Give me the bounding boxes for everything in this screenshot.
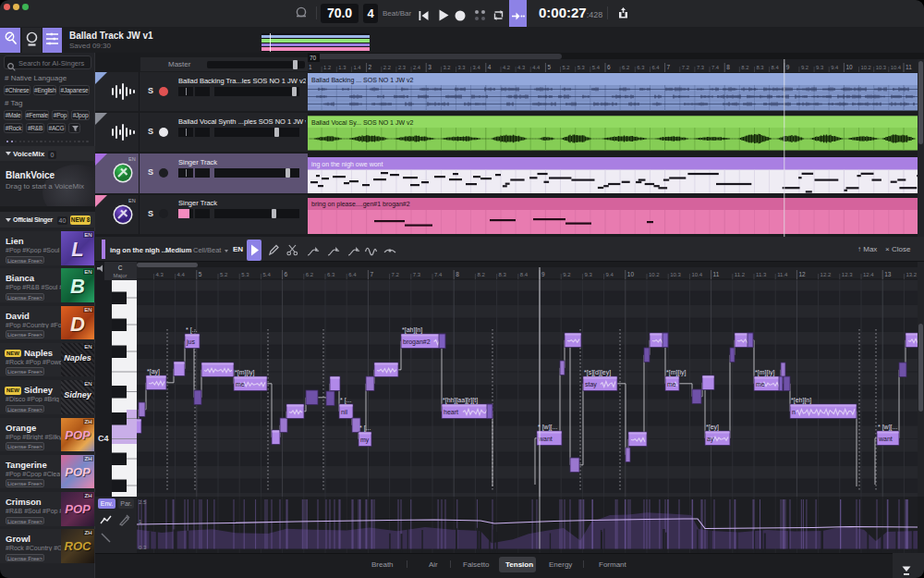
svg-text:7.3: 7.3: [413, 272, 421, 277]
svg-text:10.2: 10.2: [649, 272, 660, 277]
svg-text:1: 1: [309, 64, 312, 70]
svg-text:8.2: 8.2: [477, 272, 485, 277]
svg-text:12.2: 12.2: [821, 272, 832, 277]
svg-text:2: 2: [369, 64, 372, 70]
svg-text:2.4: 2.4: [413, 65, 421, 70]
svg-text:13.2: 13.2: [906, 272, 917, 277]
svg-text:4.3: 4.3: [517, 65, 525, 70]
svg-text:5.2: 5.2: [220, 272, 228, 277]
svg-text:9.4: 9.4: [606, 272, 614, 277]
svg-text:Ballad Vocal Sy... SOS NO 1 JW: Ballad Vocal Sy... SOS NO 1 JW v2: [311, 119, 413, 127]
svg-text:9.2: 9.2: [801, 65, 808, 70]
svg-text:8.4: 8.4: [520, 272, 529, 277]
svg-text:9.3: 9.3: [816, 65, 823, 70]
svg-text:4.3: 4.3: [155, 272, 164, 277]
svg-text:2.3: 2.3: [398, 65, 406, 70]
svg-text:11: 11: [713, 271, 720, 277]
svg-text:8.4: 8.4: [772, 65, 780, 70]
svg-text:1.4: 1.4: [353, 65, 361, 70]
svg-text:6.4: 6.4: [652, 65, 661, 70]
svg-text:2.5: 2.5: [139, 499, 147, 505]
svg-text:9.3: 9.3: [584, 272, 592, 277]
svg-text:ay: ay: [707, 436, 714, 443]
svg-text:* [w][...: * [w][...: [538, 424, 557, 431]
svg-text:12: 12: [798, 271, 806, 277]
svg-text:7: 7: [667, 64, 671, 70]
svg-text:10.4: 10.4: [691, 272, 702, 277]
svg-text:3.3: 3.3: [458, 65, 466, 70]
svg-text:0.3: 0.3: [139, 545, 147, 550]
svg-text:5: 5: [199, 271, 202, 277]
svg-text:5.4: 5.4: [592, 65, 601, 70]
svg-text:3: 3: [428, 64, 432, 70]
svg-text:* [...: * [...: [186, 326, 198, 334]
svg-text:1.2: 1.2: [323, 65, 331, 70]
svg-text:heart: heart: [444, 409, 458, 415]
svg-text:6.3: 6.3: [637, 65, 644, 70]
svg-text:Ballad Backing ... SOS NO 1 JW: Ballad Backing ... SOS NO 1 JW v2: [311, 77, 414, 84]
svg-text:4.2: 4.2: [503, 65, 510, 70]
svg-text:9.4: 9.4: [831, 65, 839, 70]
svg-text:10: 10: [845, 64, 853, 70]
svg-text:my: my: [360, 437, 370, 444]
svg-text:9.2: 9.2: [563, 272, 571, 277]
svg-text:me: me: [667, 381, 676, 387]
svg-text:nil: nil: [341, 409, 347, 415]
svg-text:*[hh][aa][r][t]: *[hh][aa][r][t]: [443, 397, 478, 404]
svg-text:10.4: 10.4: [891, 65, 902, 70]
svg-text:n: n: [792, 409, 796, 415]
svg-text:want: want: [878, 436, 893, 442]
svg-text:4.4: 4.4: [177, 272, 186, 277]
svg-text:11.2: 11.2: [735, 272, 746, 277]
svg-text:8.3: 8.3: [499, 272, 507, 277]
svg-text:7.4: 7.4: [711, 65, 720, 70]
svg-text:ing on the nigh owe wont: ing on the nigh owe wont: [311, 161, 383, 168]
svg-text:7: 7: [370, 271, 373, 277]
svg-text:*[eh][n]: *[eh][n]: [791, 397, 811, 404]
svg-text:6: 6: [607, 64, 611, 70]
svg-text:bring on please....gen#1 broga: bring on please....gen#1 brogan#2: [311, 201, 410, 208]
svg-text:*[ey]: *[ey]: [706, 424, 719, 431]
svg-text:6: 6: [285, 271, 288, 277]
svg-text:1.3: 1.3: [338, 65, 346, 70]
svg-text:5.3: 5.3: [578, 65, 585, 70]
svg-text:8: 8: [456, 271, 459, 277]
svg-text:me: me: [236, 381, 245, 387]
svg-text:7.3: 7.3: [697, 65, 704, 70]
svg-text:C4: C4: [98, 434, 109, 443]
svg-text:9: 9: [541, 271, 545, 277]
svg-text:6.2: 6.2: [306, 272, 314, 277]
svg-text:6.4: 6.4: [348, 272, 357, 277]
svg-text:stay: stay: [585, 381, 597, 388]
svg-text:4: 4: [488, 64, 492, 70]
svg-text:70: 70: [310, 55, 317, 61]
svg-text:3.2: 3.2: [443, 65, 450, 70]
svg-text:* [...: * [...: [359, 424, 371, 432]
svg-text:9: 9: [786, 64, 790, 70]
svg-text:*[m][iy]: *[m][iy]: [666, 369, 686, 376]
svg-text:me: me: [756, 381, 765, 387]
svg-text:5.4: 5.4: [262, 272, 271, 277]
svg-text:13: 13: [884, 271, 892, 277]
svg-text:jus: jus: [186, 338, 195, 346]
svg-text:10.3: 10.3: [670, 272, 681, 277]
svg-text:12.4: 12.4: [863, 272, 874, 277]
svg-text:*[m][iy]: *[m][iy]: [755, 369, 774, 376]
svg-text:*[m][iy]: *[m][iy]: [235, 369, 254, 376]
svg-text:6.2: 6.2: [622, 65, 629, 70]
svg-text:8.3: 8.3: [757, 65, 764, 70]
svg-text:*[ay]: *[ay]: [147, 368, 160, 375]
svg-text:* [w][...: * [w][...: [878, 424, 897, 431]
svg-text:*[ah][n]: *[ah][n]: [402, 326, 422, 334]
svg-text:11: 11: [906, 64, 912, 70]
svg-text:8.2: 8.2: [741, 65, 748, 70]
svg-text:10.3: 10.3: [876, 65, 886, 70]
svg-text:*[s][d][ey]: *[s][d][ey]: [584, 369, 611, 376]
svg-text:4.4: 4.4: [532, 65, 541, 70]
svg-text:5.3: 5.3: [241, 272, 249, 277]
svg-text:7.2: 7.2: [392, 272, 400, 277]
svg-text:10: 10: [627, 271, 635, 277]
svg-text:brogan#2: brogan#2: [403, 338, 431, 346]
svg-text:11.4: 11.4: [777, 272, 788, 277]
svg-text:7.4: 7.4: [434, 272, 443, 277]
